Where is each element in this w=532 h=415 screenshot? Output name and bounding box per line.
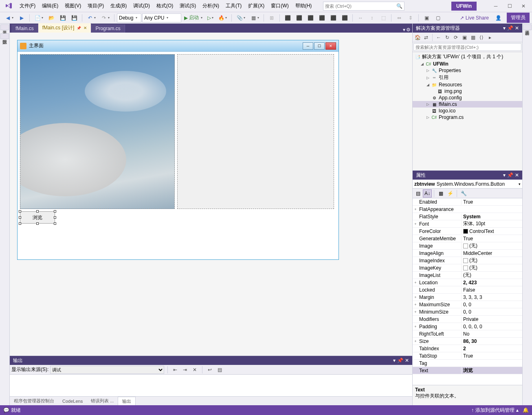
menu-extensions[interactable]: 扩展(X)	[245, 1, 268, 11]
menu-analyze[interactable]: 分析(N)	[199, 1, 222, 11]
form-window[interactable]: 主界面 ─ ☐ ✕ 浏览	[17, 40, 339, 260]
output-next-icon[interactable]: ⇥	[181, 366, 189, 374]
property-row[interactable]: +Size86, 30	[413, 338, 522, 345]
tab-fmain-design[interactable]: fMain.cs [设计]📌✕	[38, 23, 92, 33]
sol-preview-icon[interactable]: ▸	[486, 33, 494, 42]
tab-fmain-cs[interactable]: fMain.cs	[11, 24, 38, 33]
platform-combo[interactable]: Any CPU	[142, 13, 181, 22]
save-button[interactable]: 💾	[57, 13, 68, 22]
property-row[interactable]: Tag	[413, 360, 522, 367]
property-row[interactable]: EnabledTrue	[413, 198, 522, 206]
property-row[interactable]: RightToLeftNo	[413, 330, 522, 338]
tree-fmain[interactable]: ▷▦fMain.cs	[413, 101, 522, 108]
quick-launch-search[interactable]: 🔍	[323, 2, 404, 11]
tab-program-cs[interactable]: Program.cs	[91, 24, 125, 33]
hot-reload-button[interactable]: 🔥	[216, 14, 229, 22]
property-row[interactable]: +MaximumSize0, 0	[413, 301, 522, 308]
tree-properties[interactable]: ▷🔧Properties	[413, 67, 522, 74]
align-top-icon[interactable]: ⬛	[317, 13, 327, 22]
align-grid-icon[interactable]: ⊞	[266, 13, 277, 22]
sol-switch-icon[interactable]: ⇄	[422, 33, 430, 42]
property-row[interactable]: Text浏览	[413, 367, 522, 374]
property-row[interactable]: ImageIndex(无)	[413, 257, 522, 264]
output-wrap-icon[interactable]: ↩	[206, 366, 214, 374]
tab-settings-icon[interactable]: ⚙	[406, 27, 411, 33]
tree-project[interactable]: ◢C#UFWin	[413, 61, 522, 67]
output-source-combo[interactable]: 调试	[50, 366, 164, 374]
menu-edit[interactable]: 编辑(E)	[39, 1, 62, 11]
close-tab-icon[interactable]: ✕	[84, 26, 87, 30]
feedback-icon[interactable]: 👤	[493, 13, 503, 22]
property-row[interactable]: +Margin3, 3, 3, 3	[413, 294, 522, 301]
output-text[interactable]	[10, 375, 412, 396]
property-row[interactable]: ModifiersPrivate	[413, 316, 522, 323]
maximize-button[interactable]: ☐	[503, 2, 517, 11]
tree-appconfig[interactable]: ⚙App.config	[413, 94, 522, 101]
hspace-icon[interactable]: ⇔	[394, 13, 404, 22]
property-row[interactable]: ForeColorControlText	[413, 228, 522, 235]
panel-dropdown-icon[interactable]: ▾	[393, 358, 396, 363]
sol-refresh-icon[interactable]: ⟳	[452, 33, 460, 42]
same-height-icon[interactable]: ↕	[367, 13, 377, 22]
property-row[interactable]: ImageAlignMiddleCenter	[413, 250, 522, 257]
menu-format[interactable]: 格式(O)	[153, 1, 176, 11]
richtextbox[interactable]	[177, 54, 334, 209]
send-back-icon[interactable]: ▢	[433, 13, 443, 22]
align-center-icon[interactable]: ⬛	[294, 13, 304, 22]
prop-events-icon[interactable]: ⚡	[446, 189, 455, 198]
vspace-icon[interactable]: ⇕	[405, 13, 416, 22]
designer-surface[interactable]: 主界面 ─ ☐ ✕ 浏览	[10, 33, 412, 356]
prop-close-icon[interactable]: ✕	[515, 172, 519, 178]
datasource-tab[interactable]: 数据源	[0, 33, 9, 39]
tree-program[interactable]: ▷C#Program.cs	[413, 114, 522, 121]
save-all-button[interactable]: 💾	[69, 13, 79, 22]
sol-home-icon[interactable]: 🏠	[413, 33, 422, 42]
menu-view[interactable]: 视图(V)	[62, 1, 84, 11]
undo-button[interactable]: ↶	[85, 13, 98, 22]
nav-back-button[interactable]: ◀	[2, 13, 15, 22]
menu-window[interactable]: 窗口(W)	[268, 1, 292, 11]
property-row[interactable]: ImageKey(无)	[413, 264, 522, 272]
align-middle-icon[interactable]: ⬛	[328, 13, 339, 22]
property-row[interactable]: +MinimumSize0, 0	[413, 308, 522, 316]
close-button[interactable]: ✕	[517, 2, 530, 11]
step-button[interactable]: ▦	[248, 13, 261, 22]
tree-solution-root[interactable]: 📑解决方案 'UFWin' (1 个项目，共 1 个)	[413, 53, 522, 61]
sol-dropdown-icon[interactable]: ▾	[503, 25, 506, 31]
sol-close-icon[interactable]: ✕	[515, 25, 519, 31]
redo-button[interactable]: ↷	[99, 13, 112, 22]
menu-tools[interactable]: 工具(T)	[222, 1, 245, 11]
properties-grid[interactable]: EnabledTrue+FlatAppearanceFlatStyleSyste…	[413, 198, 522, 385]
sol-pin-icon[interactable]: 📌	[507, 25, 513, 31]
property-row[interactable]: LockedFalse	[413, 286, 522, 294]
new-project-button[interactable]: 📄	[32, 13, 45, 22]
open-button[interactable]: 📂	[46, 13, 57, 22]
property-row[interactable]: TabIndex2	[413, 345, 522, 352]
output-toggle-icon[interactable]: ▤	[215, 366, 224, 374]
prop-properties-icon[interactable]: ▦	[436, 189, 445, 198]
property-row[interactable]: ImageList(无)	[413, 272, 522, 279]
sol-showall-icon[interactable]: ▦	[469, 33, 477, 42]
menu-debug[interactable]: 调试(D)	[130, 1, 153, 11]
same-size-icon[interactable]: ⬚	[378, 13, 389, 22]
panel-close-icon[interactable]: ✕	[405, 358, 409, 363]
sol-sync-icon[interactable]: ↻	[443, 33, 451, 42]
sol-search-input[interactable]	[413, 43, 521, 51]
output-clear-icon[interactable]: ✕	[191, 366, 199, 374]
diagnostics-tab[interactable]: 诊断工具	[523, 24, 532, 30]
browse-button[interactable]: 浏览	[20, 211, 55, 224]
prop-categorized-icon[interactable]: ▤	[413, 189, 422, 198]
btab-codelens[interactable]: CodeLens	[58, 397, 87, 405]
tree-resources[interactable]: ◢📁Resources	[413, 81, 522, 88]
search-input[interactable]	[325, 4, 396, 9]
property-row[interactable]: TabStopTrue	[413, 352, 522, 360]
prop-pages-icon[interactable]: 🔧	[459, 189, 468, 198]
config-combo[interactable]: Debug	[117, 13, 141, 22]
output-prev-icon[interactable]: ⇤	[171, 366, 179, 374]
live-share-button[interactable]: ↗ Live Share	[457, 15, 492, 21]
sol-collapse-icon[interactable]: ▣	[460, 33, 468, 42]
picturebox[interactable]	[20, 54, 175, 209]
btab-pkgmgr[interactable]: 程序包管理器控制台	[10, 397, 58, 405]
tree-references[interactable]: ▷▫▫引用	[413, 74, 522, 81]
same-width-icon[interactable]: ↔	[355, 13, 366, 22]
